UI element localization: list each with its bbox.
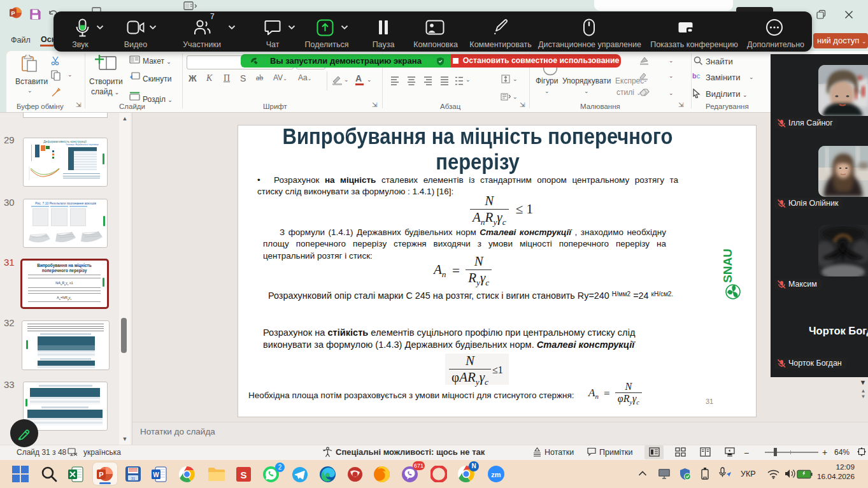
svg-text:S: S bbox=[240, 470, 246, 480]
svg-text:zm: zm bbox=[491, 471, 501, 478]
svg-text:W: W bbox=[153, 471, 159, 478]
svg-text:31: 31 bbox=[131, 477, 136, 480]
svg-text:P: P bbox=[99, 471, 103, 478]
